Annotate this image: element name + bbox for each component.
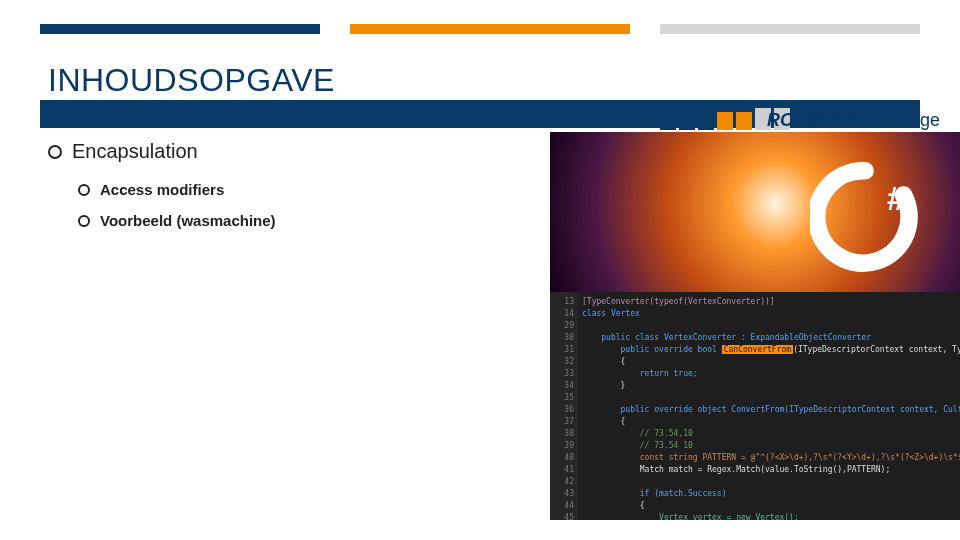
code-screenshot: 13 14 29 30 31 32 33 34 35 36 37 38 39 4…	[550, 292, 960, 520]
bullet-ring-icon	[48, 145, 62, 159]
list-item: Voorbeeld (wasmachine)	[78, 212, 488, 229]
logo-text: ROC Horizon College	[767, 110, 940, 131]
accent-grey	[660, 24, 920, 34]
logo-text-roc: ROC	[767, 110, 807, 130]
bullet-text: Voorbeeld (wasmachine)	[100, 212, 276, 229]
code-line-numbers: 13 14 29 30 31 32 33 34 35 36 37 38 39 4…	[550, 292, 578, 520]
slide: INHOUDSOPGAVE ROC Horizon College Encaps…	[0, 0, 960, 540]
bullet-text: Access modifiers	[100, 181, 224, 198]
accent-gap	[320, 24, 350, 34]
bullet-ring-icon	[78, 215, 90, 227]
logo-text-hc: Horizon College	[812, 110, 940, 130]
bullet-text: Encapsulation	[72, 140, 198, 163]
code-body: [TypeConverter(typeof(VertexConverter))]…	[582, 296, 960, 520]
accent-orange	[350, 24, 630, 34]
svg-text:#: #	[887, 180, 905, 217]
bullet-list: Encapsulation Access modifiers Voorbeeld…	[48, 140, 488, 243]
top-accent-bar	[40, 24, 920, 34]
page-title: INHOUDSOPGAVE	[48, 62, 335, 99]
csharp-logo-icon: #	[810, 162, 920, 272]
bullet-ring-icon	[78, 184, 90, 196]
accent-navy	[40, 24, 320, 34]
list-item: Encapsulation	[48, 140, 488, 163]
accent-gap	[630, 24, 660, 34]
csharp-hero-image: #	[550, 132, 960, 292]
list-item: Access modifiers	[78, 181, 488, 198]
